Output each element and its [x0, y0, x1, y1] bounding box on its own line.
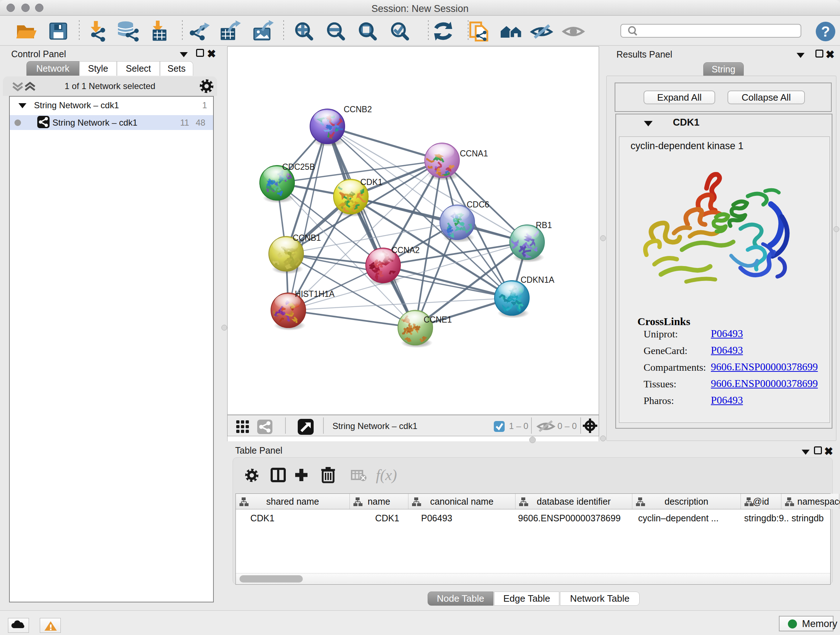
svg-text:1 – 0: 1 – 0: [509, 421, 528, 431]
svg-text:CCNE1: CCNE1: [424, 315, 452, 325]
svg-text:CCNA1: CCNA1: [460, 149, 488, 158]
svg-text:0 – 0: 0 – 0: [557, 421, 576, 431]
svg-text:CDKN1A: CDKN1A: [521, 275, 554, 285]
svg-text:f(x): f(x): [376, 467, 397, 484]
svg-text:CDC25B: CDC25B: [282, 162, 315, 172]
svg-text:CDC6: CDC6: [467, 200, 489, 209]
svg-text:CCNB1: CCNB1: [293, 233, 321, 242]
svg-text:CCNB2: CCNB2: [344, 105, 372, 114]
svg-text:String Network – cdk1: String Network – cdk1: [332, 421, 417, 431]
svg-text:RB1: RB1: [536, 220, 552, 230]
svg-text:CDK1: CDK1: [360, 177, 382, 187]
svg-text:HIST1H1A: HIST1H1A: [295, 289, 335, 299]
svg-text:CCNA2: CCNA2: [392, 245, 420, 255]
